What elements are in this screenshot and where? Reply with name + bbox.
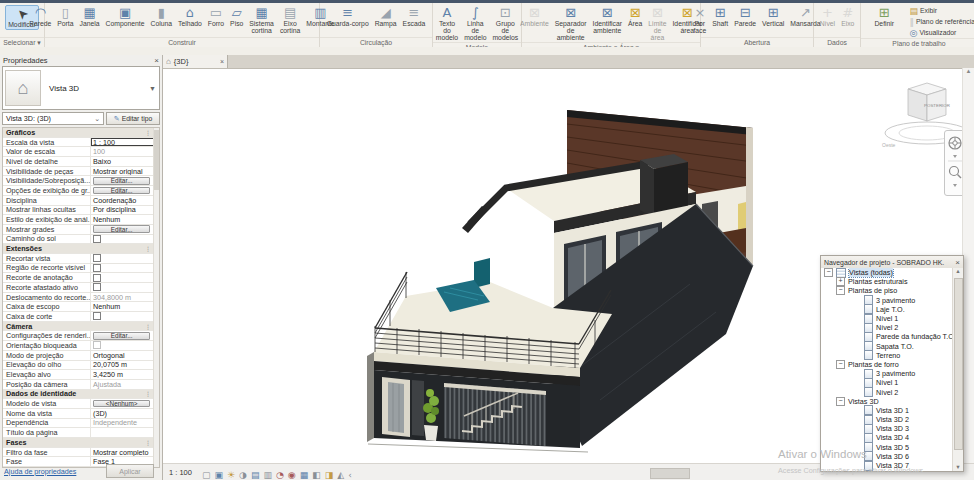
property-value[interactable]: 3,4250 m 3,4250 m: [91, 370, 154, 379]
property-row[interactable]: Modelo de vista <Nenhum> <Nenhum>: [3, 399, 154, 409]
property-row[interactable]: Visibilidade/Sobreposiçã... Editar... Ed…: [3, 176, 154, 186]
tree-item[interactable]: 3 pavimento: [821, 296, 953, 305]
property-value[interactable]: Mostrar original Mostrar original: [91, 167, 154, 176]
property-value[interactable]: Mostrar completo Mostrar completo: [91, 448, 154, 457]
property-value[interactable]: [91, 235, 154, 244]
tree-item[interactable]: Nível 2: [821, 323, 953, 332]
edit-button[interactable]: Editar...: [93, 177, 150, 185]
property-row[interactable]: Nome da vista (3D) (3D): [3, 409, 154, 419]
property-value[interactable]: [91, 283, 154, 292]
property-value[interactable]: [91, 273, 154, 282]
tree-expander[interactable]: −: [836, 360, 845, 369]
tree-item[interactable]: − Vistas (todas): [821, 268, 953, 277]
property-value[interactable]: 20,0705 m 20,0705 m: [91, 361, 154, 370]
property-row[interactable]: Estilo de exibição de anál... Nenhum Nen…: [3, 215, 154, 225]
plano-referencia-button[interactable]: ∥Plano de referência: [908, 16, 974, 27]
property-row[interactable]: Recorte afastado ativo: [3, 283, 154, 293]
worksharing-display-icon[interactable]: ◨: [325, 470, 334, 480]
property-value[interactable]: 1 : 100 1 : 100: [91, 138, 154, 147]
checkbox[interactable]: [93, 264, 101, 272]
property-row[interactable]: Caixa de escopo Nenhum Nenhum: [3, 302, 154, 312]
separador-ambiente-button[interactable]: ⊠Separador de ambiente: [553, 5, 589, 42]
property-row[interactable]: Mostrar grades Editar... Editar...: [3, 225, 154, 235]
grupo-modelos-button[interactable]: ⊡Grupo de modelos: [490, 5, 520, 42]
property-value[interactable]: Coordenação Coordenação: [91, 196, 154, 205]
checkbox[interactable]: [93, 341, 101, 349]
definir-button[interactable]: ⊞Definir: [872, 5, 896, 28]
visual-style-icon[interactable]: ▢: [202, 470, 211, 480]
property-value[interactable]: [91, 341, 154, 350]
property-value[interactable]: Editar... Editar...: [91, 225, 154, 234]
edit-button[interactable]: Editar...: [93, 225, 150, 233]
horizontal-scrollbar-thumb[interactable]: [650, 468, 690, 479]
property-row[interactable]: Valor de escala 100 100: [3, 147, 154, 157]
tree-item[interactable]: 3 pavimento: [821, 369, 953, 378]
type-selector[interactable]: ⌂ Vista 3D ▼: [2, 66, 160, 110]
instance-combo[interactable]: Vista 3D: (3D)⌄: [2, 112, 104, 125]
property-row[interactable]: Posição da câmera Ajustada Ajustada: [3, 380, 154, 390]
chevron-down-icon[interactable]: [953, 155, 957, 158]
tree-item[interactable]: Vista 3D 1: [821, 406, 953, 415]
property-row[interactable]: Mostrar linhas ocultas Por disciplina Po…: [3, 206, 154, 216]
show-crop-region-icon[interactable]: ▥: [263, 470, 272, 480]
apply-button[interactable]: Aplicar: [106, 464, 154, 478]
area-button[interactable]: ⊠Área: [626, 5, 644, 28]
por-face-button[interactable]: ×Por face: [691, 5, 708, 35]
temporary-view-properties-icon[interactable]: ▦: [300, 470, 309, 480]
parede-abertura-button[interactable]: ⊟Parede: [732, 5, 758, 28]
property-row[interactable]: Fases: [3, 438, 154, 448]
close-icon[interactable]: ×: [154, 56, 159, 65]
reveal-hidden-elements-icon[interactable]: ◉: [288, 470, 296, 480]
property-value[interactable]: [91, 264, 154, 273]
tree-item[interactable]: Vista 3D 3: [821, 424, 953, 433]
edit-button[interactable]: Editar...: [93, 187, 150, 195]
property-row[interactable]: Disciplina Coordenação Coordenação: [3, 196, 154, 206]
property-row[interactable]: Recortar vista: [3, 254, 154, 264]
vertical-button[interactable]: ⊞Vertical: [760, 5, 786, 28]
property-value[interactable]: Editar... Editar...: [91, 186, 154, 195]
property-row[interactable]: Extensões: [3, 244, 154, 254]
tree-item[interactable]: − Plantas de forro: [821, 360, 953, 369]
scale-button[interactable]: 1 : 100: [169, 468, 192, 477]
tree-item[interactable]: Nível 2: [821, 387, 953, 396]
shadows-icon[interactable]: ◑: [239, 470, 247, 480]
checkbox[interactable]: [93, 235, 101, 243]
property-row[interactable]: Nível de detalhe Baixo Baixo: [3, 157, 154, 167]
property-row[interactable]: Escala da vista 1 : 100 1 : 100: [3, 138, 154, 148]
telhado-button[interactable]: ⌂Telhado: [176, 5, 204, 28]
tree-item[interactable]: Nível 1: [821, 378, 953, 387]
property-value[interactable]: [91, 428, 154, 437]
property-row[interactable]: Elevação alvo 3,4250 m 3,4250 m: [3, 370, 154, 380]
tree-expander[interactable]: −: [836, 397, 845, 406]
forro-button[interactable]: ▭Forro: [206, 5, 226, 28]
coluna-button[interactable]: ▮Coluna: [148, 5, 174, 28]
tree-item[interactable]: − Plantas de piso: [821, 286, 953, 295]
crop-view-icon[interactable]: ▤: [251, 470, 260, 480]
tree-expander[interactable]: +: [836, 277, 845, 286]
properties-help-link[interactable]: Ajuda de propriedades: [4, 467, 76, 476]
collapse-icon[interactable]: ‹: [348, 470, 352, 480]
parede-button[interactable]: ◠Parede: [27, 5, 53, 28]
checkbox[interactable]: [93, 312, 101, 320]
eixo-button[interactable]: #Eixo: [839, 5, 856, 28]
tree-item[interactable]: + Plantas estruturais: [821, 277, 953, 286]
property-row[interactable]: Configurações de renderi... Editar... Ed…: [3, 331, 154, 341]
edit-type-button[interactable]: ✎Editar tipo: [106, 112, 160, 125]
property-value[interactable]: Editar... Editar...: [91, 176, 154, 185]
property-value[interactable]: 304,8000 m 304,8000 m: [91, 293, 154, 302]
property-row[interactable]: Elevação do olho 20,0705 m 20,0705 m: [3, 361, 154, 371]
eixo-cortina-button[interactable]: ▤Eixo cortina: [278, 5, 302, 35]
edit-button[interactable]: Editar...: [93, 332, 150, 340]
tree-item[interactable]: Nível 1: [821, 314, 953, 323]
property-value[interactable]: Baixo Baixo: [91, 157, 154, 166]
detail-level-icon[interactable]: ▣: [214, 470, 223, 480]
rampa-button[interactable]: ◢Rampa: [373, 5, 399, 28]
checkbox[interactable]: [93, 254, 101, 262]
steering-wheel-icon[interactable]: [949, 137, 961, 149]
tree-item[interactable]: Parede da fundação T.O.: [821, 332, 953, 341]
nivel-button[interactable]: +Nível: [818, 5, 838, 28]
property-row[interactable]: Caixa de corte: [3, 312, 154, 322]
checkbox[interactable]: [93, 283, 101, 291]
tree-expander[interactable]: −: [836, 286, 845, 295]
property-value[interactable]: Independente Independente: [91, 419, 154, 428]
